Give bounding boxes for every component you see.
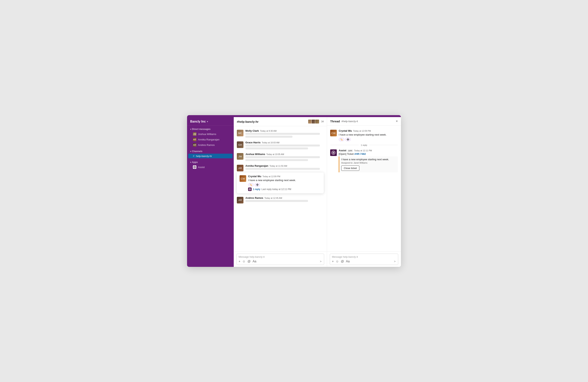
ticket-card: I have a new employee starting next week… [339,156,398,172]
thread-reaction-add[interactable]: ➕ [345,138,351,141]
thread-reply-icon [248,188,252,191]
avatar-grace: GH [237,141,243,148]
apps-section-label: Apps [192,161,198,164]
channels-arrow-icon: ▾ [190,150,191,152]
reply-divider: 1 reply [327,143,401,148]
thread-header-left: Thread #help-bancly-it [330,120,358,123]
thread-at-icon[interactable]: @ [341,260,344,263]
crystal-message-inline: CW Crystal Wu Today at 12:09 PM I have a… [240,175,321,191]
ticket-prefix: [Open] Ticket [339,152,354,155]
sidebar-channel-label: help-bancly-hr [196,155,212,158]
message-item: JW Joshua Williams Today at 10:05 AM [234,151,327,163]
reaction-tag[interactable]: 🏷️ [248,183,254,187]
svg-point-8 [333,152,334,153]
avatar-annika-msg: AR [237,165,243,171]
dm-arrow-icon: ▾ [190,128,191,130]
message-skeleton [245,156,320,158]
assist-ticket-info: [Open] Ticket #HR-7482 [339,152,398,155]
ticket-assigned: Assigned to: Janet Williams [341,162,396,164]
message-time: Today at 10:05 AM [266,153,284,155]
thread-panel: Thread #help-bancly-it × CW Crystal Wu T… [327,117,401,267]
avatar-joshua-msg: JW [237,153,243,160]
apps-arrow-icon: ▾ [190,161,191,163]
avatar-molly: MC [237,130,243,136]
thread-original-time: Today at 12:09 PM [353,130,371,132]
channel-message-input-area: Message help-bancly-it + ☺ @ Aa ➤ [234,252,327,267]
reply-divider-line-left [330,145,359,145]
message-header: Grace Harris Today at 10:03 AM [245,141,324,144]
message-author: Annika Rangarajan [245,164,268,167]
sidebar: Bancly Inc ▾ ▾ Direct messages JW Joshua… [187,117,234,267]
thread-plus-icon[interactable]: + [332,260,334,263]
sidebar-item-andres[interactable]: AR Andres Ramos [188,142,232,148]
sidebar-item-help-bancly-hr[interactable]: # help-bancly-hr [188,154,232,158]
thread-input-toolbar: + ☺ @ Aa ➤ [332,259,396,263]
svg-point-5 [250,189,250,190]
reaction-add[interactable]: ➕ [254,183,260,187]
thread-reply-count[interactable]: 1 reply [253,188,260,191]
app-badge: APP [347,149,353,152]
plus-icon[interactable]: + [239,260,240,263]
close-ticket-button[interactable]: Close ticket [341,166,359,171]
text-format-icon[interactable]: Aa [252,260,256,263]
thread-channel-name: #help-bancly-it [341,120,358,123]
avatar-andres: AR [193,143,196,147]
thread-emoji-icon[interactable]: ☺ [336,260,339,263]
thread-original-author: Crystal Wu [339,129,352,132]
assist-message: Assist APP Today at 12:11 PM [Open] Tick… [327,148,401,174]
section-channels[interactable]: ▾ Channels [187,148,234,153]
message-item: AR Annika Rangarajan Today at 11:50 AM [234,163,327,172]
assist-name: Assist [339,149,346,152]
message-item: MC Molly Clark Today at 9:30 AM [234,128,327,140]
thread-reaction-tag[interactable]: 🏷️ [339,138,344,141]
emoji-icon[interactable]: ☺ [242,260,245,263]
sidebar-item-joshua[interactable]: JW Joshua Williams [188,131,232,137]
thread-text-format-icon[interactable]: Aa [346,260,350,263]
thread-send-icon[interactable]: ➤ [394,259,396,263]
avatar-annika: AR [193,138,196,141]
message-header: Annika Rangarajan Today at 11:50 AM [245,164,324,167]
workspace-name: Bancly Inc [190,120,206,123]
svg-point-2 [194,167,195,167]
thread-input-box[interactable]: Message help-bancly-it + ☺ @ Aa ➤ [330,254,398,265]
assist-msg-header: Assist APP Today at 12:11 PM [339,149,398,152]
thread-reply[interactable]: 1 reply Last reply today at 12:11 PM [248,188,321,191]
sidebar-item-annika[interactable]: AR Annika Rangarajan [188,137,232,142]
message-skeleton [245,200,308,202]
at-icon[interactable]: @ [248,260,251,263]
reply-divider-line-right [369,145,398,145]
message-author: Molly Clark [245,129,259,132]
sidebar-item-assist[interactable]: Assist [188,165,232,170]
message-time: Today at 9:30 AM [260,130,276,132]
crystal-message-card: CW Crystal Wu Today at 12:09 PM I have a… [237,172,324,193]
crystal-message-content: Crystal Wu Today at 12:09 PM I have a ne… [248,175,321,191]
message-item: AR Andres Ramos Today at 12:45 AM [234,195,327,205]
sidebar-item-joshua-label: Joshua Williams [198,133,216,136]
channel-message-input-box[interactable]: Message help-bancly-it + ☺ @ Aa ➤ [236,254,324,265]
thread-close-button[interactable]: × [396,119,398,123]
message-item: GH Grace Harris Today at 10:03 AM [234,140,327,151]
channels-section-label: Channels [192,150,202,153]
channel-input-placeholder[interactable]: Message help-bancly-it [239,255,322,258]
thread-original-reactions: 🏷️ ➕ [339,138,398,141]
thread-input-placeholder[interactable]: Message help-bancly-it [332,255,396,258]
message-content: Annika Rangarajan Today at 11:50 AM [245,164,324,171]
message-header: Andres Ramos Today at 12:45 AM [245,196,324,199]
channel-input-toolbar: + ☺ @ Aa ➤ [239,259,322,263]
message-content: Andres Ramos Today at 12:45 AM [245,196,324,203]
section-apps[interactable]: ▾ Apps [187,159,234,164]
assist-app-icon [193,165,196,169]
message-skeleton [245,148,308,149]
channel-name: #help-bancly-hr [237,120,259,123]
thread-messages: CW Crystal Wu Today at 12:09 PM I have a… [327,126,401,252]
messages-list: MC Molly Clark Today at 9:30 AM GH [234,126,327,252]
thread-header: Thread #help-bancly-it × [327,117,401,126]
ticket-link[interactable]: #HR-7482 [354,152,366,155]
send-icon[interactable]: ➤ [319,259,322,263]
section-direct-messages[interactable]: ▾ Direct messages [187,126,234,131]
message-skeleton [245,136,293,138]
message-skeleton [245,159,308,161]
avatar-andres-msg: AR [237,197,243,203]
member-count: 34 [321,120,324,123]
workspace-header[interactable]: Bancly Inc ▾ [187,117,234,126]
